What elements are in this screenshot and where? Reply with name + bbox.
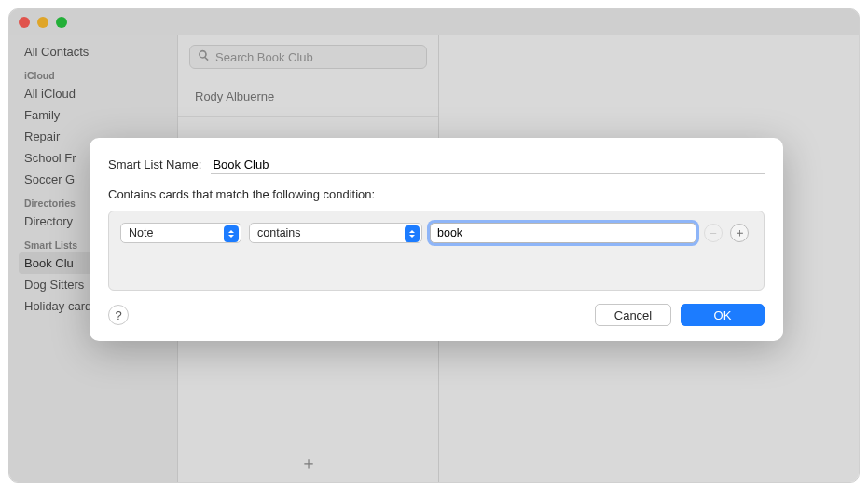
operator-select[interactable]: contains <box>249 223 422 243</box>
minus-icon: − <box>710 226 717 240</box>
condition-row: Note contains − ＋ <box>120 223 752 243</box>
add-condition-button[interactable]: ＋ <box>730 224 749 242</box>
help-button[interactable]: ? <box>108 305 129 325</box>
operator-select-value: contains <box>257 226 301 239</box>
plus-icon: ＋ <box>734 225 746 241</box>
sheet-footer: ? Cancel OK <box>108 304 765 326</box>
field-select[interactable]: Note <box>120 223 241 243</box>
ok-button[interactable]: OK <box>681 304 765 326</box>
chevron-updown-icon <box>224 225 239 242</box>
smart-list-sheet: Smart List Name: Contains cards that mat… <box>90 138 783 341</box>
condition-description: Contains cards that match the following … <box>108 187 765 201</box>
remove-condition-button: − <box>704 224 723 242</box>
condition-value-input[interactable] <box>430 223 696 243</box>
chevron-updown-icon <box>405 225 420 242</box>
smart-list-name-input[interactable] <box>211 155 765 174</box>
cancel-button[interactable]: Cancel <box>595 304 671 326</box>
name-label: Smart List Name: <box>108 157 201 171</box>
field-select-value: Note <box>129 226 153 239</box>
condition-container: Note contains − ＋ <box>108 211 765 291</box>
